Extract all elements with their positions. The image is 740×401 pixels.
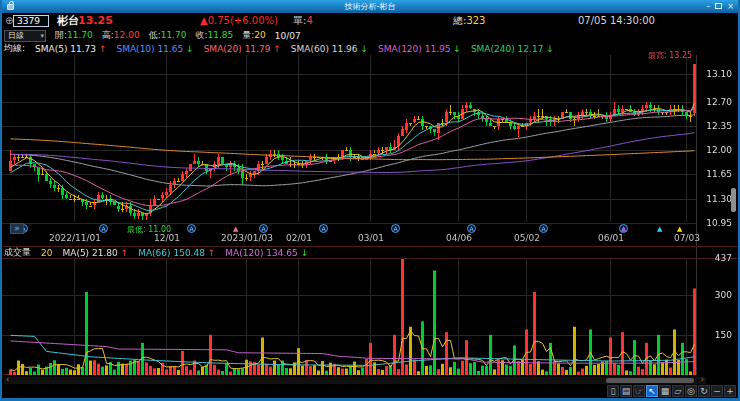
open-value: 11.70: [67, 30, 93, 40]
date-tick-label: 03/01: [358, 233, 384, 243]
up-arrow-icon: ↑: [208, 248, 216, 258]
volume-pane-value: 20: [41, 248, 52, 258]
date-tick-label: 06/01: [598, 233, 624, 243]
date-tick-label: 07/03: [674, 233, 700, 243]
eye-view-icon[interactable]: ◎: [685, 385, 697, 397]
open-label: 開:: [55, 30, 67, 40]
down-arrow-icon: ↓: [546, 44, 554, 54]
low-value: 11.70: [161, 30, 187, 40]
crop-region-icon[interactable]: ▱: [672, 385, 684, 397]
maximize-button[interactable]: [715, 3, 722, 9]
date-tick-label: 04/06: [446, 233, 472, 243]
low-annotation: 最低: 11.00: [127, 224, 171, 235]
high-annotation: 最高: 13.25: [648, 50, 692, 61]
up-arrow-icon: ↑: [99, 44, 107, 54]
stock-code-input[interactable]: [13, 15, 49, 27]
triangle-marker-icon[interactable]: ▲: [657, 225, 662, 233]
price-axis-label: 12.70: [700, 97, 732, 107]
unit-label: 單:: [293, 15, 306, 26]
scroll-right-icon[interactable]: ›: [701, 376, 704, 384]
event-marker-icon[interactable]: A: [187, 224, 196, 233]
date-tick-label: 2022/11/01: [49, 233, 101, 243]
new-page-icon[interactable]: ▯: [607, 385, 619, 397]
volume-label: 量:: [242, 30, 254, 40]
chevron-down-icon: ▾: [40, 31, 44, 41]
last-price: 13.25: [78, 13, 113, 29]
down-arrow-icon: ↓: [186, 44, 194, 54]
chart-tools-toolbar: ▯▤☞↖▦▱◎↻−+: [607, 385, 736, 398]
ohlc-toolbar: 日線▾ 開:11.70 高:12.00 低:11.70 收:11.85 量:20…: [2, 29, 738, 42]
date-tick-label: 05/02: [514, 233, 540, 243]
high-value: 12.00: [114, 30, 140, 40]
volume-axis-label: 300: [700, 290, 732, 300]
technical-analysis-window: 技術分析-彬台 – × ⊕ 彬台 13.25 ▲0.75(+6.00%) 單:4…: [0, 0, 740, 401]
sma-legend-item: SMA(20) 11.79 ↑: [204, 44, 281, 54]
zoom-in-icon[interactable]: +: [724, 385, 736, 397]
event-marker-icon[interactable]: A: [99, 224, 108, 233]
down-arrow-icon: ↓: [360, 44, 368, 54]
up-arrow-icon: ↑: [121, 248, 129, 258]
separator-line: [2, 258, 738, 259]
down-arrow-icon: ↓: [453, 44, 461, 54]
event-marker-icon[interactable]: A: [391, 224, 400, 233]
event-marker-icon[interactable]: A: [319, 224, 328, 233]
volume-pane-title: 成交量: [4, 246, 31, 259]
cursor-date: 10/07: [275, 31, 301, 41]
scroll-left-icon[interactable]: ‹: [6, 376, 9, 384]
quote-datetime: 07/05 14:30:00: [578, 13, 655, 29]
volume-legend: 成交量 20 MA(5) 21.80 ↑MA(66) 150.48 ↑MA(12…: [2, 247, 738, 258]
triangle-marker-icon[interactable]: ▲: [233, 225, 238, 233]
event-marker-icon[interactable]: A: [259, 224, 268, 233]
close-button[interactable]: ×: [727, 2, 734, 11]
vertical-scrollbar-thumb[interactable]: [731, 188, 736, 212]
minimize-button[interactable]: –: [706, 2, 710, 11]
lock-icon: [7, 4, 14, 10]
hand-pan-icon[interactable]: ☞: [633, 385, 645, 397]
price-axis-label: 12.00: [700, 145, 732, 155]
period-select[interactable]: 日線▾: [4, 30, 46, 42]
down-arrow-icon: ↓: [301, 248, 309, 258]
zoom-out-icon[interactable]: −: [711, 385, 723, 397]
volume-ma-legend-item: MA(120) 134.65 ↓: [225, 248, 308, 258]
refresh-icon[interactable]: ↻: [698, 385, 710, 397]
sma-legend-item: SMA(10) 11.65 ↓: [116, 44, 193, 54]
sma-legend-item: SMA(60) 11.96 ↓: [291, 44, 368, 54]
unit-value: 4: [306, 15, 312, 26]
triangle-marker-icon[interactable]: ▲: [621, 225, 626, 233]
volume-ma-legend-item: MA(66) 150.48 ↑: [138, 248, 215, 258]
chart-canvas[interactable]: [2, 55, 738, 375]
sma-legend-item: SMA(240) 12.17 ↓: [471, 44, 554, 54]
sma-legend-prefix: 均線:: [4, 42, 25, 55]
price-change: ▲0.75(+6.00%): [200, 13, 278, 29]
volume-axis-label: 150: [700, 330, 732, 340]
date-tick-label: 02/01: [286, 233, 312, 243]
price-axis-label: 11.30: [700, 194, 732, 204]
high-label: 高:: [102, 30, 114, 40]
title-bar[interactable]: 技術分析-彬台 – ×: [2, 0, 738, 13]
grid-table-icon[interactable]: ▦: [659, 385, 671, 397]
event-marker-icon[interactable]: A: [539, 224, 548, 233]
expand-markers-button[interactable]: »: [10, 223, 24, 234]
total-volume-value: 323: [466, 15, 485, 26]
sma-legend-item: SMA(5) 11.73 ↑: [35, 44, 106, 54]
quote-bar: ⊕ 彬台 13.25 ▲0.75(+6.00%) 單:4 總:323 07/05…: [2, 13, 738, 29]
horizontal-scrollbar[interactable]: ‹ ›: [4, 377, 706, 384]
sma-legend: 均線: SMA(5) 11.73 ↑SMA(10) 11.65 ↓SMA(20)…: [2, 42, 738, 55]
print-icon[interactable]: ▤: [620, 385, 632, 397]
low-label: 低:: [149, 30, 161, 40]
event-marker-icon[interactable]: A: [467, 224, 476, 233]
price-axis-label: 11.65: [700, 169, 732, 179]
scrollbar-thumb[interactable]: [606, 378, 694, 383]
sma-legend-item: SMA(120) 11.95 ↓: [378, 44, 461, 54]
up-arrow-icon: ↑: [273, 44, 281, 54]
price-axis-label: 13.10: [700, 69, 732, 79]
window-title: 技術分析-彬台: [345, 2, 396, 11]
close-label: 收:: [195, 30, 207, 40]
date-tick-label: 2023/01/03: [221, 233, 273, 243]
price-axis-label: 10.95: [700, 218, 732, 228]
triangle-marker-icon[interactable]: ▲: [677, 225, 682, 233]
price-axis-label: 12.35: [700, 121, 732, 131]
stock-name: 彬台: [57, 13, 79, 29]
cursor-icon[interactable]: ↖: [646, 385, 658, 397]
total-volume-label: 總:: [453, 15, 466, 26]
